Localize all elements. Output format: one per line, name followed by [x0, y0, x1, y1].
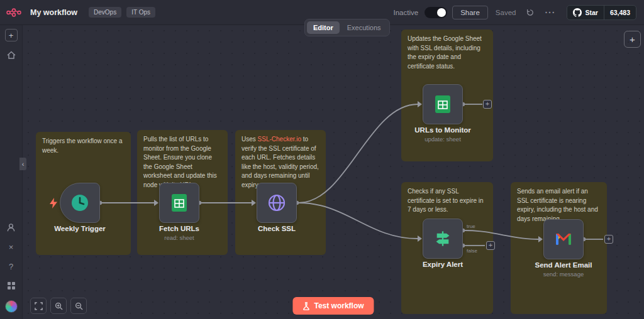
history-icon[interactable]	[523, 7, 537, 18]
branch-false-label: false	[467, 248, 477, 254]
workflow-canvas[interactable]: Triggers the workflow once a week. Pulls…	[23, 25, 644, 319]
n8n-logo[interactable]	[6, 8, 25, 18]
node-send-alert-email[interactable]	[543, 219, 584, 259]
node-urls-to-monitor[interactable]	[423, 84, 463, 124]
node-label: Check SSL	[233, 225, 321, 232]
node-label: Expiry Alert	[399, 261, 487, 268]
toggle-knob	[437, 8, 446, 17]
workflow-title[interactable]: My workflow	[30, 8, 77, 17]
left-sidebar: + × ?	[0, 25, 23, 319]
add-connection-plus-icon[interactable]: +	[483, 100, 492, 109]
lightning-icon	[49, 198, 58, 211]
fit-view-button[interactable]	[30, 298, 47, 314]
if-branch-icon	[434, 230, 452, 247]
github-star-widget[interactable]: Star 63,483	[567, 5, 636, 20]
node-label: Send Alert Email	[519, 261, 608, 269]
share-button[interactable]: Share	[452, 6, 488, 19]
add-node-button[interactable]: +	[5, 29, 18, 41]
saved-indicator: Saved	[496, 9, 516, 16]
more-options-icon[interactable]: ···	[542, 6, 558, 19]
node-label: Weekly Trigger	[36, 225, 124, 232]
test-workflow-button[interactable]: Test workflow	[292, 297, 374, 315]
tag-itops[interactable]: IT Ops	[126, 7, 155, 18]
zoom-in-button[interactable]	[50, 298, 67, 314]
zoom-controls	[30, 298, 87, 314]
github-star-count: 63,483	[610, 9, 630, 16]
add-connection-plus-icon[interactable]: +	[604, 235, 613, 244]
node-subtitle: update: sheet	[399, 136, 487, 143]
gmail-icon	[555, 232, 572, 246]
node-label: URLs to Monitor	[399, 126, 487, 134]
apps-grid-icon[interactable]	[7, 281, 16, 290]
variables-icon[interactable]: ×	[9, 242, 14, 252]
node-fetch-urls[interactable]	[159, 183, 199, 223]
home-icon[interactable]	[6, 50, 16, 60]
github-star-label: Star	[585, 9, 597, 16]
node-subtitle: send: message	[519, 271, 608, 278]
node-label: Fetch URLs	[135, 225, 223, 232]
add-connection-plus-icon[interactable]: +	[486, 241, 495, 250]
zoom-out-button[interactable]	[70, 298, 87, 314]
google-sheets-icon	[435, 95, 451, 114]
tab-executions[interactable]: Executions	[341, 21, 387, 34]
editor-executions-tabs: Editor Executions	[304, 19, 390, 36]
canvas-add-node-button[interactable]: +	[624, 31, 641, 48]
help-icon[interactable]: ?	[9, 262, 13, 271]
test-workflow-label: Test workflow	[314, 301, 364, 310]
templates-icon[interactable]	[6, 223, 16, 232]
branch-true-label: true	[467, 224, 475, 229]
flask-icon	[303, 302, 309, 310]
active-toggle[interactable]	[425, 7, 447, 18]
google-sheets-icon	[171, 193, 187, 212]
github-icon	[573, 8, 582, 17]
sidebar-collapse-chevron-icon[interactable]: ‹	[19, 158, 26, 170]
user-avatar[interactable]	[5, 300, 18, 313]
globe-icon	[267, 193, 286, 212]
node-subtitle: read: sheet	[135, 234, 223, 241]
node-expiry-alert[interactable]	[423, 219, 463, 259]
node-weekly-trigger[interactable]	[60, 183, 100, 223]
tab-editor[interactable]: Editor	[307, 21, 340, 34]
node-check-ssl[interactable]	[257, 183, 297, 223]
tag-devops[interactable]: DevOps	[89, 7, 121, 18]
clock-icon	[70, 193, 90, 213]
status-label: Inactive	[394, 9, 419, 16]
